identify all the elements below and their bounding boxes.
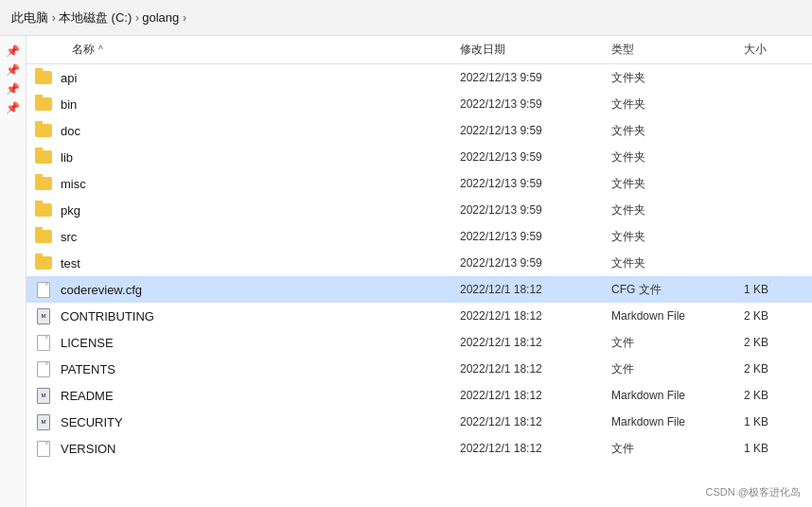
file-icon-wrapper [34,439,53,458]
file-size: 1 KB [736,442,812,455]
pin-icon-2[interactable]: 📌 [6,62,21,78]
file-type: 文件 [604,335,736,351]
file-size: 2 KB [736,389,812,402]
file-type: 文件夹 [604,202,736,219]
table-row[interactable]: VERSION 2022/12/1 18:12 文件 1 KB [26,435,812,462]
table-row[interactable]: api 2022/12/13 9:59 文件夹 [26,64,812,91]
table-row[interactable]: codereview.cfg 2022/12/1 18:12 CFG 文件 1 … [26,276,812,303]
table-row[interactable]: doc 2022/12/13 9:59 文件夹 [26,117,812,144]
file-date: 2022/12/1 18:12 [452,336,604,349]
file-date: 2022/12/1 18:12 [452,389,604,402]
column-headers: 名称 ^ 修改日期 类型 大小 [26,36,812,64]
col-header-size[interactable]: 大小 [736,42,812,58]
pin-icon-3[interactable]: 📌 [6,81,21,96]
folder-icon [35,256,52,270]
file-date: 2022/12/13 9:59 [452,177,604,190]
file-type: 文件夹 [604,229,736,245]
col-name-label: 名称 [72,42,95,58]
pin-icon-4[interactable]: 📌 [6,100,21,115]
file-icon-wrapper [34,333,53,352]
file-name-text: pkg [61,203,80,218]
file-name-cell: VERSION [26,439,452,458]
table-row[interactable]: bin 2022/12/13 9:59 文件夹 [26,91,812,117]
file-type: 文件夹 [604,96,736,113]
file-name-cell: lib [26,148,452,166]
file-icon-wrapper: M [34,306,53,325]
file-icon-wrapper [34,68,53,87]
file-name-text: README [61,389,114,403]
file-list: api 2022/12/13 9:59 文件夹 bin 2022/12/13 9… [26,64,812,507]
file-icon-wrapper: M [34,412,53,431]
folder-icon [35,71,52,84]
table-row[interactable]: lib 2022/12/13 9:59 文件夹 [26,144,812,170]
file-type: Markdown File [604,415,736,428]
file-size: 1 KB [736,283,812,296]
sidebar: 📌 📌 📌 📌 [0,36,26,507]
file-size: 2 KB [736,309,812,323]
table-row[interactable]: PATENTS 2022/12/1 18:12 文件 2 KB [26,356,812,382]
folder-icon [35,97,52,111]
file-type: 文件夹 [604,149,736,166]
folder-icon [35,150,52,164]
file-name-cell: src [26,227,452,246]
file-name-text: CONTRIBUTING [61,309,154,323]
table-row[interactable]: misc 2022/12/13 9:59 文件夹 [26,170,812,197]
file-size: 2 KB [736,336,812,349]
file-date: 2022/12/13 9:59 [452,71,604,84]
file-name-cell: LICENSE [26,333,452,352]
file-icon-wrapper: M [34,386,53,405]
table-row[interactable]: test 2022/12/13 9:59 文件夹 [26,250,812,276]
pin-icon-1[interactable]: 📌 [6,44,21,59]
file-name-cell: M SECURITY [26,412,452,431]
file-area: 名称 ^ 修改日期 类型 大小 api 2022/12/13 9:59 文件夹 … [26,36,812,507]
table-row[interactable]: pkg 2022/12/13 9:59 文件夹 [26,197,812,223]
file-date: 2022/12/13 9:59 [452,97,604,111]
file-name-cell: PATENTS [26,359,452,378]
file-name-text: api [61,71,77,85]
col-header-name[interactable]: 名称 ^ [26,42,452,58]
file-type: Markdown File [604,309,736,323]
file-name-text: doc [61,124,80,138]
file-name-cell: misc [26,174,452,193]
breadcrumb-sep-3: › [183,11,186,25]
md-file-icon: M [37,414,50,430]
file-date: 2022/12/1 18:12 [452,442,604,455]
table-row[interactable]: M README 2022/12/1 18:12 Markdown File 2… [26,382,812,409]
file-icon-wrapper [34,148,53,166]
col-header-type[interactable]: 类型 [604,42,736,58]
file-type: 文件 [604,361,736,377]
breadcrumb-sep-1: › [52,11,59,25]
folder-icon [35,124,52,137]
file-type: CFG 文件 [604,282,736,298]
file-icon-wrapper [34,359,53,378]
file-name-text: LICENSE [61,336,114,350]
file-icon-wrapper [34,280,53,299]
table-row[interactable]: M CONTRIBUTING 2022/12/1 18:12 Markdown … [26,303,812,329]
breadcrumb-golang[interactable]: golang [142,10,179,25]
file-name-text: codereview.cfg [61,283,142,297]
file-name-text: bin [61,97,77,112]
file-type: Markdown File [604,389,736,402]
table-row[interactable]: M SECURITY 2022/12/1 18:12 Markdown File… [26,409,812,435]
table-row[interactable]: src 2022/12/13 9:59 文件夹 [26,223,812,250]
md-file-icon: M [37,308,50,324]
file-name-cell: codereview.cfg [26,280,452,299]
col-header-date[interactable]: 修改日期 [452,42,604,58]
file-date: 2022/12/1 18:12 [452,283,604,296]
file-date: 2022/12/1 18:12 [452,309,604,323]
file-name-text: SECURITY [61,415,123,429]
md-file-icon: M [37,388,50,404]
breadcrumb-this-pc[interactable]: 此电脑 [11,10,48,25]
file-name-cell: bin [26,95,452,114]
file-name-text: VERSION [61,442,116,456]
generic-file-icon [37,335,50,351]
sort-arrow-icon: ^ [98,44,103,55]
file-name-text: PATENTS [61,362,115,376]
file-date: 2022/12/13 9:59 [452,150,604,164]
file-name-text: misc [61,177,86,191]
folder-icon [35,203,52,217]
file-name-cell: doc [26,121,452,140]
file-type: 文件夹 [604,255,736,271]
table-row[interactable]: LICENSE 2022/12/1 18:12 文件 2 KB [26,329,812,356]
breadcrumb-local-disk[interactable]: 本地磁盘 (C:) [59,10,132,25]
